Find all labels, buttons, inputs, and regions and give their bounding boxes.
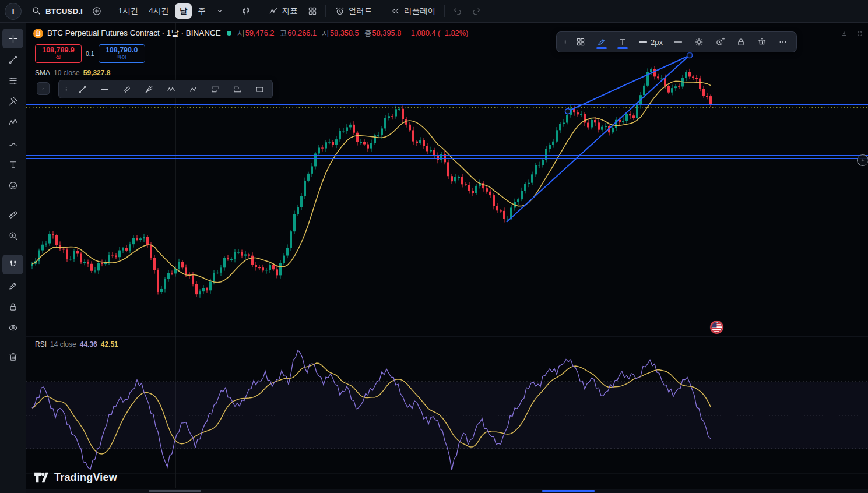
rsi-name: RSI xyxy=(35,340,47,348)
interval-button-4[interactable]: 주 xyxy=(193,3,210,19)
user-avatar[interactable]: I xyxy=(5,3,22,20)
sell-label: 셀 xyxy=(56,55,61,60)
trend-line-1[interactable] xyxy=(507,53,692,222)
lock-icon xyxy=(736,37,746,47)
add-symbol-button[interactable] xyxy=(87,2,106,20)
sell-button[interactable]: 108,789.9 셀 xyxy=(35,44,82,63)
rectangle-favorite-tool[interactable] xyxy=(249,82,270,97)
high-label: 고 xyxy=(279,29,287,38)
text-color-icon xyxy=(617,37,628,47)
line-width-icon xyxy=(638,37,648,47)
candlestick-series[interactable] xyxy=(31,66,712,297)
eye-tool[interactable] xyxy=(2,318,23,337)
sma-legend[interactable]: SMA 10 close 59,327.8 xyxy=(35,69,110,77)
close-value: 58,395.8 xyxy=(372,29,402,38)
low-value: 58,358.5 xyxy=(330,29,359,38)
lock-drawing-button[interactable] xyxy=(731,34,751,50)
add-alert-plus-button[interactable] xyxy=(857,154,868,166)
scrollbar-range-thumb[interactable] xyxy=(542,490,595,492)
symbol-search-button[interactable]: BTCUSD.I xyxy=(26,2,87,20)
line-color-icon xyxy=(596,37,607,47)
indicators-label: 지표 xyxy=(282,6,298,16)
lock-tool[interactable] xyxy=(2,297,23,316)
trend-line-handle[interactable] xyxy=(565,109,571,114)
ruler-tool[interactable] xyxy=(2,205,23,224)
bars-pattern-favorite-tool[interactable] xyxy=(227,82,248,97)
sell-price: 108,789.9 xyxy=(42,47,75,54)
toolbar-drag-handle[interactable] xyxy=(560,34,570,50)
drag-handle-icon xyxy=(560,37,570,47)
collapse-favorites-button[interactable] xyxy=(37,82,50,95)
interval-button-2[interactable]: 4시간 xyxy=(144,3,174,19)
toolbar-separator xyxy=(233,5,233,17)
indicators-button[interactable]: 지표 xyxy=(263,2,303,20)
toolbar-separator xyxy=(325,5,326,17)
chart-type-button[interactable] xyxy=(237,2,255,20)
fan-favorite-tool[interactable] xyxy=(138,82,159,97)
projection-favorite-tool[interactable] xyxy=(205,82,226,97)
crosshair-tool[interactable] xyxy=(2,29,23,48)
alert-button[interactable]: 얼러트 xyxy=(329,2,378,20)
interval-button-1[interactable]: 1시간 xyxy=(114,3,143,19)
text-tool[interactable] xyxy=(2,154,23,174)
undo-button[interactable] xyxy=(448,2,467,20)
fullscreen-button[interactable] xyxy=(853,27,866,40)
favorites-drag-handle[interactable] xyxy=(61,82,71,97)
alert-label: 얼러트 xyxy=(349,6,372,16)
trend-line-2[interactable] xyxy=(568,55,690,111)
add-alert-button[interactable] xyxy=(710,34,730,50)
redo-button[interactable] xyxy=(467,2,486,20)
trash-tool[interactable] xyxy=(2,347,23,367)
style-template-button[interactable] xyxy=(571,34,591,50)
pencil-tool[interactable] xyxy=(2,276,23,295)
line-width-button[interactable]: 2px xyxy=(634,34,667,50)
rsi-legend[interactable]: RSI 14 close 44.36 42.51 xyxy=(35,340,118,348)
buy-label: 바이 xyxy=(117,55,127,60)
horizontal-ray-favorite-tool[interactable] xyxy=(94,82,115,97)
interval-menu-chevron-icon[interactable] xyxy=(210,2,229,20)
tradingview-watermark: TradingView xyxy=(34,471,117,484)
pattern-tool[interactable] xyxy=(2,112,23,132)
line-color-button[interactable] xyxy=(592,34,612,50)
us-flag-event-icon[interactable] xyxy=(709,320,725,337)
horizontal-scrollbar[interactable] xyxy=(26,489,868,493)
buy-button[interactable]: 108,790.0 바이 xyxy=(99,44,145,63)
zoom-in-tool[interactable] xyxy=(2,226,23,245)
brush-tool[interactable] xyxy=(2,133,23,153)
parallel-channel-favorite-tool[interactable] xyxy=(116,82,137,97)
symbol-label: BTCUSD.I xyxy=(45,7,83,16)
pitchfork-tool[interactable] xyxy=(2,91,23,111)
toolbar-separator xyxy=(444,5,445,17)
color-swatch-bar xyxy=(596,47,607,49)
sma-line[interactable] xyxy=(32,81,711,283)
xabcd-favorite-tool[interactable] xyxy=(160,82,181,97)
buy-price: 108,790.0 xyxy=(106,47,138,54)
symbol-title[interactable]: BTC Perpetual Futures Contract · 1날 · BI… xyxy=(47,28,221,38)
alert-add-icon xyxy=(715,37,725,47)
fib-retracement-tool[interactable] xyxy=(2,71,23,90)
scrollbar-thumb[interactable] xyxy=(149,490,201,492)
trend-line-tool[interactable] xyxy=(2,50,23,69)
tradingview-app: I BTCUSD.I 1시간4시간날주 지표 얼러트 리플레이 xyxy=(0,0,868,493)
chart-legend: ₿ BTC Perpetual Futures Contract · 1날 · … xyxy=(33,28,468,38)
settings-button[interactable] xyxy=(689,34,709,50)
trend-line-favorite-tool[interactable] xyxy=(72,82,93,97)
magnet-tool[interactable] xyxy=(2,255,23,274)
watermark-text: TradingView xyxy=(54,471,117,484)
delete-drawing-button[interactable] xyxy=(752,34,772,50)
drawing-properties-toolbar: 2px xyxy=(556,31,797,52)
change-value: −1,080.4 (−1.82%) xyxy=(406,29,468,38)
trend-line-handle[interactable] xyxy=(687,53,693,58)
download-button[interactable] xyxy=(838,27,851,40)
abcd-favorite-tool[interactable] xyxy=(182,82,203,97)
line-style-icon xyxy=(673,37,683,47)
emoji-tool[interactable] xyxy=(2,175,23,195)
more-options-button[interactable] xyxy=(773,34,793,50)
line-style-button[interactable] xyxy=(668,34,688,50)
layout-grid-button[interactable] xyxy=(303,2,322,20)
text-color-button[interactable] xyxy=(613,34,632,50)
market-status-dot[interactable] xyxy=(227,31,231,36)
replay-button[interactable]: 리플레이 xyxy=(385,2,441,20)
interval-button-3[interactable]: 날 xyxy=(175,3,192,19)
drawing-toolbar xyxy=(0,23,26,493)
